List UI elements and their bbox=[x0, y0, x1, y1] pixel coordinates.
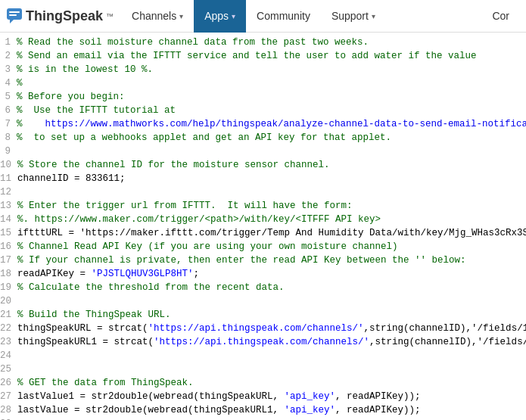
code-line-9: 9 bbox=[0, 145, 526, 158]
line-text: % Before you begin: bbox=[17, 90, 125, 104]
line-text: % Store the channel ID for the moisture … bbox=[17, 158, 330, 172]
nav-channels-label: Channels bbox=[132, 10, 176, 22]
line-text: % Channel Read API Key (if you are using… bbox=[17, 240, 398, 254]
code-line-1: 1% Read the soil moisture channel data f… bbox=[0, 36, 526, 49]
svg-rect-3 bbox=[9, 14, 17, 16]
code-line-4: 4% bbox=[0, 76, 526, 90]
line-number: 18 bbox=[0, 267, 17, 281]
line-number: 11 bbox=[0, 172, 17, 185]
nav-cor-label: Cor bbox=[492, 10, 509, 22]
line-text: % https://www.mathworks.com/help/thingsp… bbox=[17, 117, 526, 131]
line-number: 22 bbox=[0, 322, 17, 335]
code-line-3: 3% is in the lowest 10 %. bbox=[0, 63, 526, 76]
line-number: 9 bbox=[0, 145, 17, 158]
line-text: thingSpeakURL = strcat('https://api.thin… bbox=[17, 322, 526, 335]
code-line-20: 20 bbox=[0, 294, 526, 308]
line-number: 24 bbox=[0, 349, 17, 362]
svg-rect-0 bbox=[7, 8, 22, 20]
line-number: 16 bbox=[0, 240, 17, 254]
line-text: % GET the data from ThingSpeak. bbox=[17, 376, 194, 390]
code-line-6: 6% Use the IFTTT tutorial at bbox=[0, 104, 526, 117]
code-line-17: 17% If your channel is private, then ent… bbox=[0, 254, 526, 267]
nav-channels[interactable]: Channels ▾ bbox=[121, 0, 194, 33]
line-number: 13 bbox=[0, 199, 17, 213]
code-line-11: 11channelID = 833611; bbox=[0, 172, 526, 185]
nav-apps-label: Apps bbox=[204, 10, 229, 22]
support-caret-icon: ▾ bbox=[372, 12, 375, 20]
code-line-15: 15iftttURL = 'https://maker.ifttt.com/tr… bbox=[0, 226, 526, 240]
navbar: ThingSpeak™ Channels ▾ Apps ▾ Community … bbox=[0, 0, 526, 33]
line-text: % to set up a webhooks applet and get an… bbox=[17, 131, 391, 145]
line-number: 5 bbox=[0, 90, 17, 104]
apps-caret-icon: ▾ bbox=[232, 12, 235, 20]
line-text: iftttURL = 'https://maker.ifttt.com/trig… bbox=[17, 226, 526, 240]
line-text: lastValue1 = str2double(webread(thingSpe… bbox=[17, 390, 421, 403]
code-line-2: 2% Send an email via the IFTTT service a… bbox=[0, 49, 526, 63]
code-line-21: 21% Build the ThingSpeak URL. bbox=[0, 308, 526, 322]
brand: ThingSpeak™ bbox=[6, 8, 114, 24]
line-number: 6 bbox=[0, 104, 17, 117]
code-editor: 1% Read the soil moisture channel data f… bbox=[0, 33, 526, 420]
line-number: 26 bbox=[0, 376, 17, 390]
code-line-29: 29 bbox=[0, 417, 526, 420]
brand-tm: ™ bbox=[106, 12, 114, 20]
code-line-10: 10% Store the channel ID for the moistur… bbox=[0, 158, 526, 172]
line-text: % Read the soil moisture channel data fr… bbox=[17, 36, 369, 49]
code-line-12: 12 bbox=[0, 185, 526, 199]
line-text: % Send an email via the IFTTT service an… bbox=[17, 49, 477, 63]
line-text: % Build the ThingSpeak URL. bbox=[17, 308, 171, 322]
line-text: lastValue = str2double(webread(thingSpea… bbox=[17, 403, 421, 417]
code-line-5: 5% Before you begin: bbox=[0, 90, 526, 104]
line-text: % Use the IFTTT tutorial at bbox=[17, 104, 176, 117]
line-number: 3 bbox=[0, 63, 17, 76]
line-number: 23 bbox=[0, 335, 17, 349]
line-text: thingSpeakURL1 = strcat('https://api.thi… bbox=[17, 335, 526, 349]
line-text: channelID = 833611; bbox=[17, 172, 126, 185]
line-text: %. https://www.maker.com/trigger/<path>/… bbox=[17, 213, 381, 226]
line-number: 1 bbox=[0, 36, 17, 49]
code-line-24: 24 bbox=[0, 349, 526, 362]
channels-caret-icon: ▾ bbox=[179, 12, 183, 20]
line-text: readAPIKey = 'PJSTLQHUV3GLP8HT'; bbox=[17, 267, 199, 281]
nav-community[interactable]: Community bbox=[246, 0, 321, 33]
line-number: 14 bbox=[0, 213, 17, 226]
line-text: % is in the lowest 10 %. bbox=[17, 63, 153, 76]
line-number: 20 bbox=[0, 294, 17, 308]
line-number: 29 bbox=[0, 417, 17, 420]
code-line-26: 26% GET the data from ThingSpeak. bbox=[0, 376, 526, 390]
code-line-7: 7% https://www.mathworks.com/help/things… bbox=[0, 117, 526, 131]
line-number: 8 bbox=[0, 131, 17, 145]
nav-cor[interactable]: Cor bbox=[481, 0, 520, 33]
brand-icon bbox=[6, 8, 23, 24]
line-number: 4 bbox=[0, 76, 17, 90]
nav-apps[interactable]: Apps ▾ bbox=[194, 0, 246, 33]
line-number: 12 bbox=[0, 185, 17, 199]
svg-rect-2 bbox=[9, 11, 20, 13]
code-line-22: 22thingSpeakURL = strcat('https://api.th… bbox=[0, 322, 526, 335]
line-text: % If your channel is private, then enter… bbox=[17, 254, 466, 267]
svg-marker-1 bbox=[10, 20, 14, 23]
nav-support[interactable]: Support ▾ bbox=[321, 0, 386, 33]
line-number: 21 bbox=[0, 308, 17, 322]
code-line-25: 25 bbox=[0, 362, 526, 376]
code-line-14: 14%. https://www.maker.com/trigger/<path… bbox=[0, 213, 526, 226]
code-line-13: 13% Enter the trigger url from IFTTT. It… bbox=[0, 199, 526, 213]
code-line-16: 16% Channel Read API Key (if you are usi… bbox=[0, 240, 526, 254]
line-number: 7 bbox=[0, 117, 17, 131]
code-line-19: 19% Calculate the threshold from the rec… bbox=[0, 281, 526, 294]
code-line-8: 8% to set up a webhooks applet and get a… bbox=[0, 131, 526, 145]
brand-name: ThingSpeak bbox=[26, 8, 103, 24]
line-number: 19 bbox=[0, 281, 17, 294]
line-number: 28 bbox=[0, 403, 17, 417]
code-line-23: 23thingSpeakURL1 = strcat('https://api.t… bbox=[0, 335, 526, 349]
line-number: 10 bbox=[0, 158, 17, 172]
nav-community-label: Community bbox=[257, 10, 310, 22]
line-number: 27 bbox=[0, 390, 17, 403]
line-number: 25 bbox=[0, 362, 17, 376]
code-line-18: 18readAPIKey = 'PJSTLQHUV3GLP8HT'; bbox=[0, 267, 526, 281]
code-line-27: 27lastValue1 = str2double(webread(thingS… bbox=[0, 390, 526, 403]
line-number: 15 bbox=[0, 226, 17, 240]
line-text: % Enter the trigger url from IFTTT. It w… bbox=[17, 199, 353, 213]
line-text: % bbox=[17, 76, 23, 90]
code-line-28: 28lastValue = str2double(webread(thingSp… bbox=[0, 403, 526, 417]
